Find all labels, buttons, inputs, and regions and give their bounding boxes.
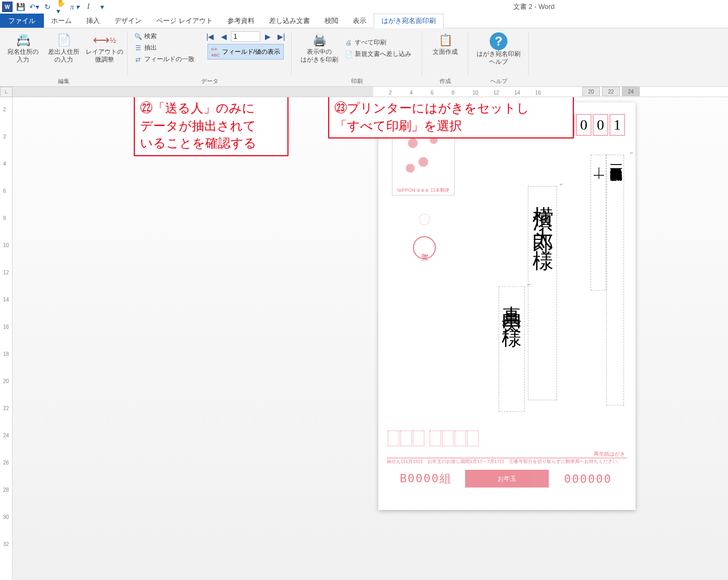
title-bar: W 💾 ↶▾ ↻ ✋▾ π ▾ I ▾ 文書 2 - Word — [0, 0, 728, 14]
address-input-button[interactable]: 📇 宛名住所の 入力 — [4, 30, 42, 64]
recipient-name2-field[interactable]: 真由美 様 — [499, 286, 525, 412]
sender-input-icon: 📄 — [54, 32, 73, 48]
tab-references[interactable]: 参考資料 — [220, 14, 262, 28]
qat-customize-icon[interactable]: ▾ — [97, 2, 107, 11]
hruler-tab: 22 — [602, 87, 620, 96]
tab-hagaki[interactable]: はがき宛名面印刷 — [374, 14, 444, 28]
vruler-tick: 16 — [3, 324, 9, 330]
lottery-otoshidama-icon: お年玉 — [465, 470, 549, 488]
vruler-tick: 22 — [3, 405, 9, 411]
record-first-button[interactable]: |◀ — [204, 31, 216, 42]
vruler-tick: 8 — [3, 215, 6, 221]
tab-review[interactable]: 校閲 — [317, 14, 345, 28]
help-label: はがき宛名印刷 ヘルプ — [477, 50, 521, 66]
record-last-button[interactable]: ▶| — [275, 31, 287, 42]
nenga-mark: 年賀 — [403, 207, 445, 264]
layout-adjust-button[interactable]: ⟷½ レイアウトの微調整 — [86, 30, 123, 64]
vruler-tick: 6 — [3, 188, 6, 194]
tab-insert[interactable]: 挿入 — [79, 14, 107, 28]
search-button[interactable]: 🔍検索 — [132, 31, 197, 41]
face-create-icon: 📋 — [436, 32, 455, 48]
tab-view[interactable]: 表示 — [345, 14, 374, 28]
save-icon[interactable]: 💾 — [16, 2, 25, 11]
horizontal-ruler[interactable]: 2 4 6 8 10 12 14 16 20 22 24 — [13, 87, 728, 97]
record-prev-button[interactable]: ◀ — [217, 31, 230, 42]
document-area[interactable]: ㉒「送る人」のみに データが抽出されて いることを確認する ㉓プリンターにはがき… — [13, 97, 728, 580]
recipient-address2-field[interactable]: ｜一 — [591, 155, 606, 291]
tab-design[interactable]: デザイン — [107, 14, 149, 28]
lottery-number: 000000 — [549, 472, 627, 485]
vertical-ruler[interactable]: 2 2 4 6 8 10 12 14 16 18 20 22 24 26 28 … — [0, 97, 13, 580]
vruler-tick: 2 — [3, 107, 6, 112]
display-print-label: 表示中の はがきを印刷 — [301, 48, 338, 64]
postcard-page[interactable]: 2 2 0 0 0 0 1 NIPPON ※※※ 日本郵便 年賀 神奈 — [378, 102, 635, 510]
vruler-tick: 28 — [3, 487, 9, 493]
tab-home[interactable]: ホーム — [44, 14, 79, 28]
tab-page-layout[interactable]: ページ レイアウト — [149, 14, 220, 28]
hruler-tick: 6 — [431, 90, 434, 96]
group-create: 📋 文面作成 作成 — [422, 28, 468, 86]
group-print: 🖨️ 表示中の はがきを印刷 🖨すべて印刷 📄新規文書へ差し込み 印刷 — [292, 28, 422, 86]
display-print-button[interactable]: 🖨️ 表示中の はがきを印刷 — [301, 30, 338, 64]
sender-zip[interactable] — [388, 431, 479, 446]
vruler-tick: 4 — [3, 161, 6, 167]
print-all-button[interactable]: 🖨すべて印刷 — [342, 38, 413, 48]
layout-adjust-label: レイアウトの微調整 — [86, 48, 123, 64]
vruler-tick: 20 — [3, 378, 9, 384]
face-create-button[interactable]: 📋 文面作成 — [426, 30, 464, 56]
italic-icon[interactable]: I — [84, 2, 93, 11]
extract-label: 抽出 — [144, 43, 157, 52]
vruler-tick: 24 — [3, 433, 9, 438]
redo-icon[interactable]: ↻ — [43, 2, 52, 11]
recipient-address-field[interactable]: 神奈川県横浜市西区北軽井沢一 — [606, 155, 624, 405]
equation-icon[interactable]: π ▾ — [70, 2, 79, 11]
print-all-label: すべて印刷 — [355, 38, 386, 47]
hruler-tick: 12 — [493, 90, 499, 96]
recipient-honorific2: 様 — [502, 312, 522, 315]
ribbon-tabs: ファイル ホーム 挿入 デザイン ページ レイアウト 参考資料 差し込み文書 校… — [0, 14, 728, 28]
record-nav: |◀ ◀ ▶ ▶| — [204, 30, 287, 42]
address-input-icon: 📇 — [14, 32, 32, 48]
address-input-label: 宛名住所の 入力 — [7, 48, 39, 64]
lottery-bar: B0000組 お年玉 000000 — [387, 468, 627, 489]
sender-zip-box — [388, 431, 399, 446]
stamp-caption: NIPPON ※※※ 日本郵便 — [397, 187, 449, 194]
zip-digit: 0 — [593, 114, 608, 136]
vruler-tick: 2 — [3, 134, 6, 140]
extract-button[interactable]: ☰抽出 — [132, 43, 197, 53]
ruler-corner[interactable]: L — [0, 87, 13, 97]
hruler-tick: 16 — [535, 90, 541, 96]
ruler-row: L 2 4 6 8 10 12 14 16 20 22 24 — [0, 87, 728, 97]
tab-file[interactable]: ファイル — [0, 14, 44, 28]
group-help-label: ヘルプ — [490, 77, 507, 86]
group-create-label: 作成 — [440, 77, 451, 86]
merge-new-icon: 📄 — [344, 51, 353, 58]
hruler-tab: 20 — [582, 87, 600, 96]
lottery-deadline-text: 抽せん日1月15日 お年玉のお渡し期間1月17～7月17日 ①番号部分を切り取ら… — [387, 458, 627, 465]
help-button[interactable]: ? はがき宛名印刷 ヘルプ — [472, 30, 525, 66]
annotation-22: ㉒「送る人」のみに データが抽出されて いることを確認する — [134, 97, 288, 156]
vruler-tick: 18 — [3, 351, 9, 357]
field-match-button[interactable]: ⇄フィールドの一致 — [132, 54, 197, 64]
search-icon: 🔍 — [134, 33, 142, 40]
field-value-toggle-button[interactable]: «»ABC フィールド/値の表示 — [207, 44, 284, 60]
sender-input-button[interactable]: 📄 差出人住所 の入力 — [45, 30, 83, 64]
touch-icon[interactable]: ✋▾ — [56, 2, 66, 11]
annotation-23: ㉓プリンターにはがきをセットし 「すべて印刷」を選択 — [328, 97, 574, 138]
hruler-tick: 10 — [472, 90, 478, 96]
zip-digit: 0 — [576, 114, 592, 136]
group-print-label: 印刷 — [351, 77, 363, 86]
merge-new-doc-button[interactable]: 📄新規文書へ差し込み — [342, 49, 413, 59]
field-match-icon: ⇄ — [134, 56, 142, 63]
sender-zip-box — [455, 431, 466, 446]
record-number-input[interactable] — [231, 31, 260, 42]
tab-mailings[interactable]: 差し込み文書 — [262, 14, 317, 28]
record-next-button[interactable]: ▶ — [261, 31, 274, 42]
face-create-label: 文面作成 — [433, 48, 458, 56]
sender-zip-box — [430, 431, 441, 446]
group-data: 🔍検索 ☰抽出 ⇄フィールドの一致 |◀ ◀ ▶ ▶| «»ABC フィールド/… — [128, 28, 292, 86]
recipient-honorific1: 様 — [532, 234, 553, 237]
recipient-given2-name: 真由美 — [502, 290, 522, 299]
recipient-name1-field[interactable]: 横濱 太郎 様 — [528, 186, 557, 400]
undo-icon[interactable]: ↶▾ — [29, 2, 39, 11]
